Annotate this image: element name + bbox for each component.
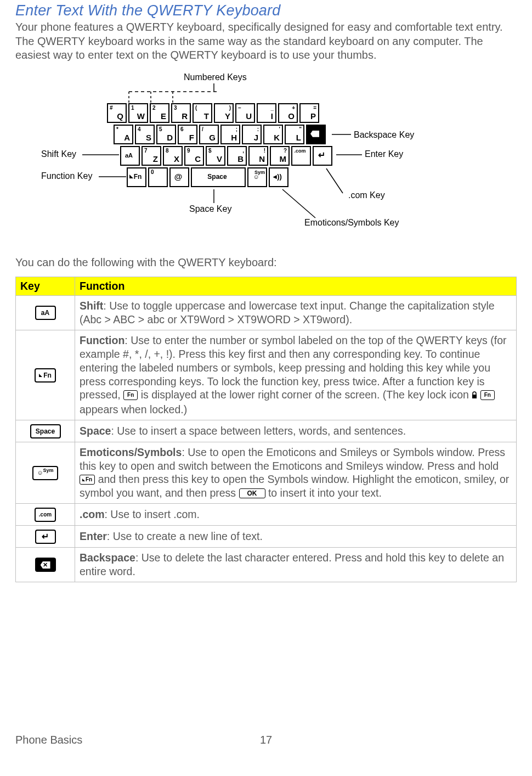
shift-keycap-icon: aA (35, 306, 56, 320)
key-t: (T (193, 103, 212, 123)
key-sym: ☺Sym (247, 167, 267, 187)
inline-fn-locked-icon: Fn (480, 390, 495, 400)
lock-icon (472, 389, 477, 402)
key-h: ;H (220, 125, 240, 144)
table-header-key: Key (16, 277, 75, 295)
table-row-shift: aA Shift: Use to toggle uppercase and lo… (16, 295, 517, 330)
key-space: Space (191, 167, 246, 187)
page: Enter Text With the QWERTY Keyboard Your… (0, 0, 532, 752)
key-z: 7Z (142, 146, 161, 166)
key-w: 1W (128, 103, 148, 123)
emoticons-key-label: Emoticons/Symbols Key (304, 218, 399, 228)
keyboard-diagram: Numbered Keys Shift Key Function Key Spa… (15, 72, 517, 243)
key-f: 6F (178, 125, 197, 144)
backspace-keycap-icon: ✕ (35, 558, 56, 572)
key-i: _I (257, 103, 276, 123)
key-g: /G (199, 125, 219, 144)
fn-keycap-icon: Fn (35, 368, 56, 383)
page-title: Enter Text With the QWERTY Keyboard (15, 2, 517, 19)
space-key-label: Space Key (189, 204, 231, 214)
backspace-key-label: Backspace Key (354, 130, 414, 140)
key-function-table: Key Function aA Shift: Use to toggle upp… (15, 277, 517, 582)
keyboard-row-4: Fn 0 @ Space ☺Sym ◂)) (127, 167, 332, 187)
key-enter: ↵ (313, 146, 332, 166)
key-r: 3R (171, 103, 191, 123)
subintro: You can do the following with the QWERTY… (15, 256, 517, 269)
com-key-label: .com Key (348, 190, 385, 200)
table-header-function: Function (75, 277, 517, 295)
key-m: ?M (270, 146, 290, 166)
key-shift: aA (120, 146, 140, 166)
intro-paragraph: Your phone features a QWERTY keyboard, s… (15, 20, 517, 63)
table-row-emoticons: ☺Sym Emoticons/Symbols: Use to open the … (16, 442, 517, 504)
page-footer: Phone Basics 17 (15, 728, 517, 752)
keyboard-keys: #Q 1W 2E 3R (T )Y –U _I +O =P *A 4S 5D 6… (107, 103, 332, 189)
key-at: @ (169, 167, 189, 187)
key-x: 8X (163, 146, 183, 166)
key-d: 5D (156, 125, 176, 144)
key-k: 'K (263, 125, 283, 144)
key-o: +O (278, 103, 298, 123)
inline-ok-icon: OK (239, 488, 265, 498)
footer-page-number: 17 (260, 734, 272, 746)
inline-fn-icon-2: Fn (80, 475, 95, 485)
key-n: !N (248, 146, 268, 166)
function-key-label: Function Key (41, 171, 92, 181)
key-v: $V (206, 146, 225, 166)
keyboard-row-1: #Q 1W 2E 3R (T )Y –U _I +O =P (107, 103, 332, 123)
table-row-space: Space Space: Use to insert a space betwe… (16, 420, 517, 442)
keyboard-row-2: *A 4S 5D 6F /G ;H :J 'K "L (114, 125, 332, 144)
key-b: ,B (227, 146, 247, 166)
key-c: 9C (184, 146, 204, 166)
shift-key-label: Shift Key (41, 149, 76, 159)
svg-line-11 (282, 189, 315, 218)
key-q: #Q (107, 103, 127, 123)
keyboard-row-3: aA 7Z 8X 9C $V ,B !N ?M .com ↵ (120, 146, 332, 166)
key-speaker: ◂)) (269, 167, 288, 187)
key-e: 2E (150, 103, 169, 123)
key-u: –U (235, 103, 255, 123)
space-keycap-icon: Space (30, 424, 61, 438)
key-s: 4S (135, 125, 155, 144)
table-row-backspace: ✕ Backspace: Use to delete the last char… (16, 548, 517, 582)
key-l: "L (285, 125, 304, 144)
key-j: :J (242, 125, 262, 144)
key-backspace-icon (306, 125, 326, 144)
key-zero: 0 (148, 167, 168, 187)
com-keycap-icon: .com (35, 508, 56, 522)
table-row-enter: ↵ Enter: Use to create a new line of tex… (16, 526, 517, 548)
key-a: *A (114, 125, 133, 144)
numbered-keys-label: Numbered Keys (184, 72, 247, 82)
enter-keycap-icon: ↵ (35, 530, 56, 544)
enter-key-label: Enter Key (365, 149, 403, 159)
key-p: =P (299, 103, 319, 123)
sym-keycap-icon: ☺Sym (32, 466, 58, 480)
key-fn: Fn (127, 167, 146, 187)
table-row-com: .com .com: Use to insert .com. (16, 504, 517, 526)
key-com: .com (291, 146, 311, 166)
key-y: )Y (214, 103, 234, 123)
inline-fn-icon: Fn (123, 390, 138, 400)
table-row-function: Fn Function: Use to enter the number or … (16, 330, 517, 420)
svg-rect-12 (472, 395, 477, 398)
